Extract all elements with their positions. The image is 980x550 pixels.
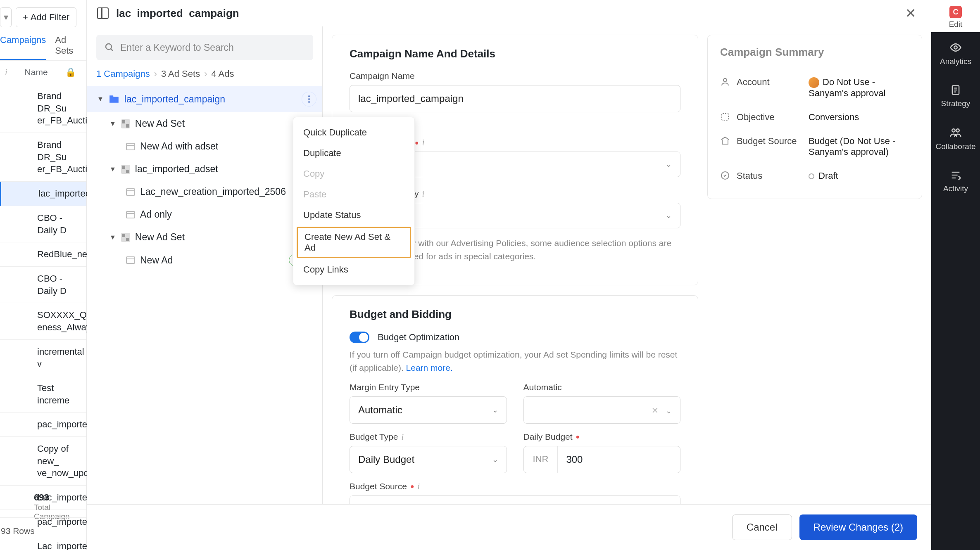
menu-quick-duplicate[interactable]: Quick Duplicate <box>293 122 414 143</box>
svg-point-10 <box>952 129 955 132</box>
budget-opt-help: If you turn off Campaign budget optimiza… <box>350 348 680 374</box>
close-button[interactable]: ✕ <box>903 4 919 22</box>
currency-prefix: INR <box>524 446 558 473</box>
bg-row-label[interactable]: CBO - Daily D <box>0 212 82 236</box>
chevron-right-icon: › <box>204 69 207 79</box>
tab-campaigns[interactable]: Campaigns <box>0 35 46 60</box>
review-changes-button[interactable]: Review Changes (2) <box>799 514 917 540</box>
bg-row-label[interactable]: CBO - Daily D <box>0 273 82 297</box>
svg-point-2 <box>723 78 727 82</box>
cancel-button[interactable]: Cancel <box>732 514 792 540</box>
required-icon: ● <box>576 433 580 441</box>
tree-ad-row[interactable]: Ad only <box>87 203 322 226</box>
bg-row-label[interactable]: Test increme <box>0 382 82 406</box>
daily-budget-label: Daily Budget <box>523 432 573 442</box>
bg-row-label[interactable]: SOXXXX_Q3F eness_Always <box>0 309 82 333</box>
bg-row-label[interactable]: Brand DR_Su er_FB_Auctio <box>0 90 82 127</box>
info-icon: i <box>5 68 7 77</box>
bg-row-label[interactable]: Copy of new_ ve_now_upda <box>0 443 82 479</box>
breadcrumb-ads[interactable]: 4 Ads <box>211 69 234 79</box>
tree-adset-row[interactable]: ▼ New Ad Set <box>87 226 322 249</box>
summary-budget-value: Budget (Do Not Use - Sanyam's approval) <box>809 136 909 157</box>
adset-icon <box>121 233 130 242</box>
tree-ad-row[interactable]: New Ad NEW <box>87 249 322 272</box>
budget-source-icon <box>720 136 731 146</box>
search-icon <box>105 43 114 52</box>
nav-activity[interactable]: Activity <box>931 160 980 202</box>
automatic-select[interactable]: ✕ ⌄ <box>523 396 681 424</box>
tree-ad-row[interactable]: Lac_new_creation_imported_2506 <box>87 180 322 203</box>
caret-down-icon[interactable]: ▼ <box>97 95 104 103</box>
chevron-down-icon: ⌄ <box>666 211 672 220</box>
svg-point-5 <box>954 46 957 49</box>
chevron-down-icon: ⌄ <box>492 455 498 464</box>
nav-analytics[interactable]: Analytics <box>931 32 980 75</box>
adset-icon <box>121 165 130 174</box>
ad-icon <box>126 143 135 150</box>
people-icon <box>931 126 980 139</box>
breadcrumb-campaigns[interactable]: 1 Campaigns <box>96 69 150 79</box>
menu-copy-links[interactable]: Copy Links <box>293 259 414 280</box>
summary-objective-label: Objective <box>737 112 803 123</box>
tree-panel: 1 Campaigns › 3 Ad Sets › 4 Ads ▼ lac_im… <box>87 26 323 504</box>
nav-collaborate[interactable]: Collaborate <box>931 117 980 160</box>
adset-icon <box>121 119 130 128</box>
budget-source-select[interactable]: Budget (Do Not Use - Sanyam's approval) … <box>350 495 680 504</box>
tree-adset-label: New Ad Set <box>135 118 319 129</box>
search-input[interactable] <box>120 42 305 53</box>
edit-mode-button[interactable]: C Edit <box>931 0 980 32</box>
activity-icon <box>931 169 980 181</box>
budget-optimization-toggle[interactable] <box>350 332 369 343</box>
menu-copy: Copy <box>293 164 414 184</box>
menu-duplicate[interactable]: Duplicate <box>293 143 414 164</box>
bg-list: Brand DR_Su er_FB_Auctio Brand DR_Su er_… <box>0 84 86 550</box>
search-box[interactable] <box>96 35 313 60</box>
tree-adset-row[interactable]: ▼ lac_imported_adset <box>87 158 322 180</box>
summary-objective-value: Conversions <box>809 112 909 123</box>
chevron-down-icon: ⌄ <box>666 407 672 415</box>
status-icon <box>720 171 731 180</box>
side-panel-icon[interactable] <box>97 7 109 19</box>
bg-row-label[interactable]: incremental v <box>0 346 82 370</box>
learn-more-link[interactable]: Learn more. <box>406 363 453 372</box>
caret-down-icon[interactable]: ▼ <box>109 166 116 173</box>
tree-campaign-row[interactable]: ▼ lac_imported_campaign <box>87 86 322 112</box>
daily-budget-input[interactable]: INR 300 <box>523 446 681 473</box>
chevron-down-icon: ⌄ <box>666 160 672 169</box>
summary-account-value: Do Not Use - Sanyam's approval <box>809 77 885 98</box>
chevron-right-icon: › <box>154 69 157 79</box>
svg-line-1 <box>111 49 113 51</box>
budget-source-label: Budget Source <box>350 481 407 491</box>
menu-update-status[interactable]: Update Status <box>293 205 414 225</box>
tree-ad-label: New Ad <box>140 255 284 266</box>
lock-icon: 🔒 <box>65 67 76 77</box>
tree-adset-row[interactable]: ▼ New Ad Set <box>87 112 322 135</box>
caret-down-icon[interactable]: ▼ <box>109 120 116 128</box>
budget-type-select[interactable]: Daily Budget ⌄ <box>350 446 507 473</box>
daily-budget-value[interactable]: 300 <box>558 446 680 473</box>
chevron-down-icon: ⌄ <box>492 405 498 415</box>
bg-row-label[interactable]: lac_imported <box>1 187 82 200</box>
clear-icon[interactable]: ✕ <box>652 406 659 415</box>
tree-adset-label: lac_imported_adset <box>135 164 319 175</box>
filter-dropdown[interactable]: ▾ <box>0 7 12 27</box>
bg-row-label[interactable]: Brand DR_Su er_FB_Auctio <box>0 139 82 175</box>
breadcrumb-adsets[interactable]: 3 Ad Sets <box>161 69 200 79</box>
campaign-name-input[interactable] <box>350 85 680 112</box>
automatic-label: Automatic <box>523 382 681 392</box>
nav-strategy[interactable]: Strategy <box>931 75 980 117</box>
avatar <box>809 77 819 88</box>
eye-icon <box>931 41 980 54</box>
tab-adsets[interactable]: Ad Sets <box>55 35 86 60</box>
info-icon: i <box>402 432 404 442</box>
bg-row-label[interactable]: pac_imported <box>0 418 82 431</box>
budget-type-label: Budget Type <box>350 432 398 442</box>
caret-down-icon[interactable]: ▼ <box>109 234 116 241</box>
bg-row-label[interactable]: RedBlue_new <box>0 248 82 261</box>
tree-ad-row[interactable]: New Ad with adset <box>87 135 322 158</box>
menu-create-new-adset-ad[interactable]: Create New Ad Set & Ad <box>297 227 411 258</box>
required-icon: ● <box>410 483 414 490</box>
margin-entry-select[interactable]: Automatic ⌄ <box>350 396 507 424</box>
add-filter-button[interactable]: + Add Filter <box>16 7 76 27</box>
campaign-actions-button[interactable] <box>302 92 316 107</box>
